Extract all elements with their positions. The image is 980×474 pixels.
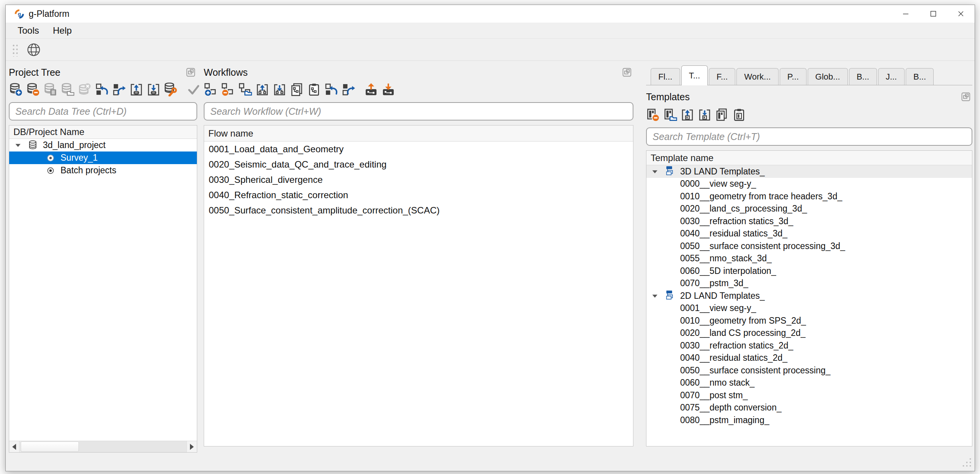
open-workflow-icon[interactable] xyxy=(238,83,252,96)
tree-row-project[interactable]: 3d_land_project xyxy=(9,139,197,151)
export-workflow-icon[interactable] xyxy=(255,83,269,96)
template-row[interactable]: 2D LAND Templates_ xyxy=(646,290,972,302)
add-database-icon[interactable] xyxy=(9,83,23,96)
horizontal-scrollbar[interactable] xyxy=(9,441,197,452)
flow-row[interactable]: 0001_Load_data_and_Geometry xyxy=(204,142,633,157)
resize-grip-icon[interactable] xyxy=(961,456,972,469)
remove-template-icon[interactable] xyxy=(646,108,660,122)
panel-tab[interactable]: F... xyxy=(709,68,735,85)
import-workflow-archive-icon[interactable] xyxy=(381,83,395,96)
window-title: g-Platform xyxy=(29,9,69,19)
redo-icon[interactable] xyxy=(342,83,355,96)
flow-row[interactable]: 0020_Seismic_data_QC_and_trace_editing xyxy=(204,157,633,172)
redo-icon[interactable] xyxy=(112,83,126,96)
panel-tab[interactable]: B... xyxy=(906,68,934,85)
project-tree-toolbar xyxy=(9,80,197,99)
close-button[interactable] xyxy=(947,5,975,23)
export-workflow-archive-icon[interactable] xyxy=(364,83,378,96)
template-row[interactable]: 0055__nmo_stack_3d_ xyxy=(646,252,972,265)
template-row[interactable]: 0001__view seg-y_ xyxy=(646,302,972,315)
minimize-button[interactable] xyxy=(892,5,919,23)
flow-name-header[interactable]: Flow name xyxy=(204,125,633,142)
menu-tools[interactable]: Tools xyxy=(11,23,46,38)
panel-tab[interactable]: B... xyxy=(849,68,877,85)
float-panel-icon[interactable] xyxy=(186,67,196,77)
scroll-left-button[interactable] xyxy=(9,441,20,452)
template-row[interactable]: 0060__nmo stack_ xyxy=(646,377,972,389)
tree-row-survey[interactable]: Survey_1 xyxy=(9,151,197,164)
export-database-icon[interactable] xyxy=(129,83,143,96)
maximize-button[interactable] xyxy=(919,5,947,23)
scroll-right-button[interactable] xyxy=(187,441,197,452)
template-row[interactable]: 0000__view seg-y_ xyxy=(646,178,972,191)
float-panel-icon[interactable] xyxy=(622,67,632,77)
panel-tab[interactable]: J... xyxy=(878,68,905,85)
right-arrow-icon xyxy=(190,444,194,450)
panel-tab[interactable]: P... xyxy=(780,68,807,85)
template-row[interactable]: 3D LAND Templates_ xyxy=(646,165,972,178)
menu-help[interactable]: Help xyxy=(46,23,79,38)
template-row[interactable]: 0050__surface consistent processing_3d_ xyxy=(646,240,972,252)
template-row[interactable]: 0040__residual statics_2d_ xyxy=(646,352,972,365)
database-properties-icon[interactable] xyxy=(43,83,57,96)
template-name: 3D LAND Templates_ xyxy=(680,166,765,177)
import-template-icon[interactable] xyxy=(698,108,712,122)
template-row[interactable]: 0060__5D interpolation_ xyxy=(646,265,972,277)
panel-tab[interactable]: Glob... xyxy=(808,68,848,85)
template-row[interactable]: 0020__land CS processing_2d_ xyxy=(646,327,972,340)
template-row[interactable]: 0030__refraction statics_2d_ xyxy=(646,339,972,352)
database-tools-icon[interactable] xyxy=(164,83,178,96)
template-name-header[interactable]: Template name xyxy=(646,151,972,165)
template-row[interactable]: 0080__pstm_imaging_ xyxy=(646,414,972,427)
flow-row[interactable]: 0030_Spherical_divergence xyxy=(204,172,633,187)
template-row[interactable]: 0010__geometry from SPS_2d_ xyxy=(646,314,972,327)
template-name: 0070__post stm_ xyxy=(680,390,748,401)
template-row[interactable]: 0020__land_cs_processing_3d_ xyxy=(646,203,972,215)
float-panel-icon[interactable] xyxy=(961,92,971,102)
template-row[interactable]: 0070__post stm_ xyxy=(646,389,972,402)
template-row[interactable]: 0075__depth conversion_ xyxy=(646,402,972,414)
paste-workflow-icon[interactable] xyxy=(307,83,321,96)
db-project-name-header[interactable]: DB/Project Name xyxy=(9,125,197,139)
template-search-input[interactable] xyxy=(646,127,972,146)
open-template-icon[interactable] xyxy=(663,108,677,122)
template-name: 0040__residual statics_3d_ xyxy=(680,228,787,239)
remove-workflow-icon[interactable] xyxy=(221,83,235,96)
toolbar-drag-handle[interactable] xyxy=(11,43,18,57)
scrollbar-thumb[interactable] xyxy=(21,441,79,452)
tree-row-batch-projects[interactable]: Batch projects xyxy=(9,164,197,177)
scrollbar-track[interactable] xyxy=(79,441,187,452)
workflows-panel: Workflows xyxy=(204,65,633,446)
project-tree-search-input[interactable] xyxy=(9,102,197,121)
add-workflow-icon[interactable] xyxy=(204,83,218,96)
expander-icon[interactable] xyxy=(652,294,658,298)
open-database-icon[interactable] xyxy=(61,83,74,96)
copy-template-icon[interactable] xyxy=(715,108,729,122)
tab-label: Glob... xyxy=(815,72,840,82)
undo-icon[interactable] xyxy=(95,83,109,96)
expander-icon[interactable] xyxy=(15,143,21,147)
export-template-icon[interactable] xyxy=(681,108,694,122)
import-workflow-icon[interactable] xyxy=(273,83,286,96)
paste-template-icon[interactable] xyxy=(732,108,746,122)
expander-icon[interactable] xyxy=(652,169,658,174)
template-row[interactable]: 0070__pstm_3d_ xyxy=(646,277,972,290)
workflow-search-input[interactable] xyxy=(204,102,633,121)
close-database-icon[interactable] xyxy=(78,83,92,96)
flow-row[interactable]: 0050_Surface_consistent_amplitude_correc… xyxy=(204,203,633,218)
undo-icon[interactable] xyxy=(324,83,338,96)
flow-row[interactable]: 0040_Refraction_static_correction xyxy=(204,187,633,203)
template-row[interactable]: 0050__surface consistent processing_ xyxy=(646,364,972,377)
template-row[interactable]: 0010__geometry from trace headers_3d_ xyxy=(646,190,972,203)
template-row[interactable]: 0040__residual statics_3d_ xyxy=(646,228,972,240)
globe-icon[interactable] xyxy=(25,41,42,58)
import-database-icon[interactable] xyxy=(147,83,160,96)
panel-tab[interactable]: Work... xyxy=(736,68,778,85)
remove-database-icon[interactable] xyxy=(26,83,40,96)
panel-tab[interactable]: T... xyxy=(681,65,708,85)
apply-check-icon[interactable] xyxy=(187,83,200,96)
panel-tab[interactable]: Fl... xyxy=(651,68,680,85)
tab-label: T... xyxy=(689,71,700,81)
template-row[interactable]: 0030__refraction statics_3d_ xyxy=(646,215,972,228)
copy-workflow-icon[interactable] xyxy=(290,83,304,96)
